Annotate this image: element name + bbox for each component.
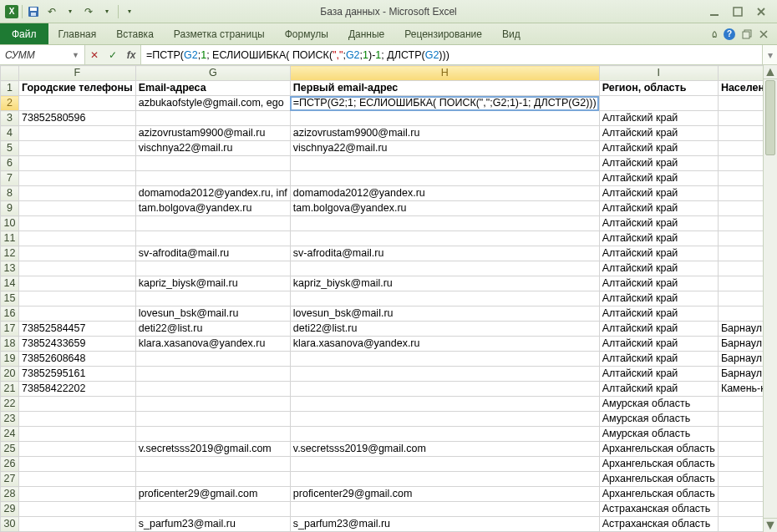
- row-header[interactable]: 24: [1, 427, 19, 442]
- cell[interactable]: [19, 427, 136, 442]
- col-header-I[interactable]: I: [599, 66, 718, 81]
- cell[interactable]: klara.xasanova@yandex.ru: [290, 337, 599, 352]
- cell[interactable]: proficenter29@gmail.com: [290, 487, 599, 502]
- ribbon-tab-view[interactable]: Вид: [492, 23, 531, 44]
- row-header[interactable]: 1: [1, 81, 19, 96]
- cell[interactable]: kapriz_biysk@mail.ru: [135, 276, 290, 291]
- scroll-thumb[interactable]: [765, 80, 775, 155]
- row-header[interactable]: 22: [1, 397, 19, 412]
- cell[interactable]: [290, 216, 599, 231]
- row-header[interactable]: 17: [1, 322, 19, 337]
- cell[interactable]: v.secretsss2019@gmail.com: [290, 442, 599, 457]
- cell[interactable]: [290, 367, 599, 382]
- row-header[interactable]: 6: [1, 156, 19, 171]
- cell[interactable]: tam.bolgova@yandex.ru: [290, 201, 599, 216]
- cell[interactable]: [135, 156, 290, 171]
- cell[interactable]: Алтайский край: [599, 322, 718, 337]
- cell[interactable]: [19, 457, 136, 472]
- cell[interactable]: [19, 201, 136, 216]
- cell[interactable]: [19, 517, 136, 532]
- cell[interactable]: Астраханская область: [599, 502, 718, 517]
- cell[interactable]: [135, 472, 290, 487]
- cell[interactable]: Алтайский край: [599, 367, 718, 382]
- row-header[interactable]: 12: [1, 246, 19, 261]
- cell[interactable]: [19, 216, 136, 231]
- cell[interactable]: proficenter29@gmail.com: [135, 487, 290, 502]
- cell[interactable]: [290, 397, 599, 412]
- insert-function-icon[interactable]: fx: [122, 49, 140, 61]
- undo-dropdown-icon[interactable]: ▾: [63, 4, 78, 19]
- row-header[interactable]: 30: [1, 517, 19, 532]
- cell[interactable]: [135, 231, 290, 246]
- cell[interactable]: [19, 307, 136, 322]
- cell[interactable]: Алтайский край: [599, 201, 718, 216]
- name-box[interactable]: СУММ ▼: [0, 45, 85, 64]
- cell[interactable]: Алтайский край: [599, 307, 718, 322]
- ribbon-tab-pagelayout[interactable]: Разметка страницы: [164, 23, 275, 44]
- cell[interactable]: deti22@list.ru: [135, 322, 290, 337]
- cell[interactable]: [135, 502, 290, 517]
- cell[interactable]: [290, 291, 599, 307]
- ribbon-tab-data[interactable]: Данные: [338, 23, 394, 44]
- cell[interactable]: [19, 186, 136, 201]
- cell[interactable]: Амурская область: [599, 427, 718, 442]
- redo-dropdown-icon[interactable]: ▾: [99, 4, 114, 19]
- cell[interactable]: Алтайский край: [599, 276, 718, 291]
- enter-icon[interactable]: ✓: [104, 49, 122, 61]
- cell[interactable]: 73852580596: [19, 111, 136, 126]
- cell[interactable]: deti22@list.ru: [290, 322, 599, 337]
- cell[interactable]: vischnya22@mail.ru: [290, 141, 599, 156]
- cell[interactable]: Первый email-адрес: [290, 81, 599, 96]
- cell[interactable]: Алтайский край: [599, 156, 718, 171]
- row-header[interactable]: 9: [1, 201, 19, 216]
- cell[interactable]: Амурская область: [599, 412, 718, 427]
- cell[interactable]: tam.bolgova@yandex.ru: [135, 201, 290, 216]
- workbook-close-icon[interactable]: [759, 29, 769, 39]
- ribbon-tab-insert[interactable]: Вставка: [106, 23, 164, 44]
- cell[interactable]: [290, 382, 599, 397]
- row-header[interactable]: 7: [1, 171, 19, 186]
- row-header[interactable]: 29: [1, 502, 19, 517]
- name-box-dropdown-icon[interactable]: ▼: [72, 51, 79, 59]
- cell[interactable]: sv-afrodita@mail.ru: [290, 246, 599, 261]
- cell[interactable]: [19, 246, 136, 261]
- cell[interactable]: s_parfum23@mail.ru: [135, 517, 290, 532]
- cell[interactable]: Алтайский край: [599, 171, 718, 186]
- cell[interactable]: vischnya22@mail.ru: [135, 141, 290, 156]
- scroll-up-icon[interactable]: ▲: [764, 65, 777, 79]
- row-header[interactable]: 19: [1, 352, 19, 367]
- row-header[interactable]: 27: [1, 472, 19, 487]
- ribbon-minimize-icon[interactable]: ۵: [712, 28, 717, 40]
- close-button[interactable]: [754, 4, 769, 19]
- cell[interactable]: [135, 367, 290, 382]
- cell[interactable]: [135, 171, 290, 186]
- cell[interactable]: azizovrustam9900@mail.ru: [290, 126, 599, 141]
- cell[interactable]: [135, 261, 290, 276]
- cell[interactable]: 73852608648: [19, 352, 136, 367]
- cell[interactable]: Архангельская область: [599, 472, 718, 487]
- cell[interactable]: [19, 276, 136, 291]
- cell[interactable]: [290, 156, 599, 171]
- row-header[interactable]: 4: [1, 126, 19, 141]
- cell[interactable]: [135, 397, 290, 412]
- scroll-down-icon[interactable]: ▼: [764, 518, 777, 532]
- cell[interactable]: [290, 472, 599, 487]
- cell[interactable]: Алтайский край: [599, 126, 718, 141]
- minimize-button[interactable]: [707, 4, 722, 19]
- row-header[interactable]: 5: [1, 141, 19, 156]
- cell[interactable]: Алтайский край: [599, 186, 718, 201]
- row-header[interactable]: 16: [1, 307, 19, 322]
- cell[interactable]: [19, 472, 136, 487]
- file-tab[interactable]: Файл: [0, 23, 48, 44]
- cell[interactable]: Алтайский край: [599, 216, 718, 231]
- cell[interactable]: [19, 261, 136, 276]
- cell[interactable]: Городские телефоны: [19, 81, 136, 96]
- row-header[interactable]: 11: [1, 231, 19, 246]
- col-header-F[interactable]: F: [19, 66, 136, 81]
- row-header[interactable]: 20: [1, 367, 19, 382]
- cell[interactable]: [19, 231, 136, 246]
- cell[interactable]: domamoda2012@yandex.ru, inf: [135, 186, 290, 201]
- cell[interactable]: domamoda2012@yandex.ru: [290, 186, 599, 201]
- cell[interactable]: Алтайский край: [599, 382, 718, 397]
- cell[interactable]: [19, 171, 136, 186]
